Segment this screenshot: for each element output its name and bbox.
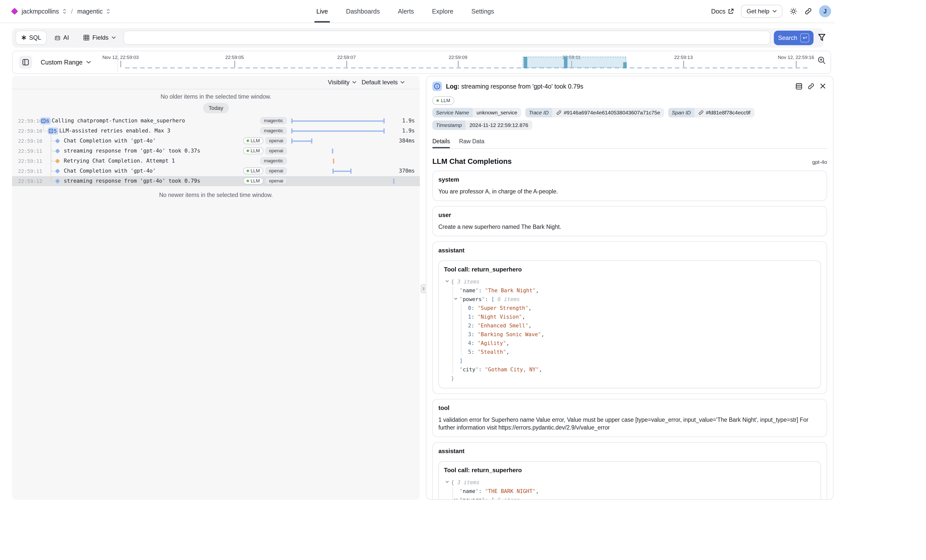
openai-tag: openai (265, 137, 287, 144)
table-view-icon[interactable] (796, 83, 802, 90)
asterisk-icon (21, 35, 27, 41)
nav-tabs: LiveDashboardsAlertsExploreSettings (316, 0, 494, 23)
log-level-diamond-icon (55, 158, 60, 164)
log-time: 22:59:11 (18, 148, 42, 154)
zoom-in-icon[interactable] (817, 56, 826, 65)
openai-tag: openai (265, 177, 287, 184)
log-message: LLM-assisted retries enabled. Max 3 (59, 128, 171, 134)
section-header: LLM Chat Completions gpt-4o (432, 157, 827, 166)
json-line: { 3 items (444, 478, 816, 487)
log-row[interactable]: 22:59:12streaming response from 'gpt-4o'… (12, 176, 420, 186)
log-message: Retrying Chat Completion. Attempt 1 (64, 158, 175, 164)
detail-tab-raw-data[interactable]: Raw Data (459, 138, 484, 148)
timeline-axis[interactable]: Nov 12, 22:59:0322:59:0522:59:0722:59:09… (118, 51, 811, 73)
tree-connector-line (43, 124, 48, 131)
duration-bar (291, 130, 385, 132)
chevron-down-icon[interactable] (454, 498, 457, 500)
enter-key-icon (800, 33, 809, 42)
duration-tick (333, 158, 334, 164)
tab-dashboards[interactable]: Dashboards (346, 0, 380, 23)
llm-tag: LLM (243, 137, 263, 144)
log-row[interactable]: 22:59:11streaming response from 'gpt-4o'… (12, 146, 420, 156)
tab-alerts[interactable]: Alerts (398, 0, 414, 23)
tick-label: 22:59:13 (674, 55, 693, 60)
avatar[interactable]: J (819, 5, 831, 17)
time-range-selector[interactable]: Custom Range (41, 51, 91, 73)
duration-bar-cap (333, 169, 334, 174)
project-switcher-icon[interactable] (106, 8, 110, 14)
json-indent-guide (461, 304, 461, 312)
collapse-sidebar-button[interactable] (19, 56, 32, 69)
duration-label: 384ms (399, 138, 415, 144)
fields-button[interactable]: Fields (78, 30, 121, 45)
detail-tabs: DetailsRaw Data (432, 138, 827, 148)
log-message: Chat Completion with 'gpt-4o' (64, 168, 156, 174)
duration-bar (291, 140, 312, 142)
json-indent-guide (452, 312, 453, 322)
ai-mode-button[interactable]: AI (50, 30, 73, 45)
docs-link[interactable]: Docs (711, 8, 734, 15)
filter-icon[interactable] (818, 34, 826, 42)
nav-right: Docs Get help J (711, 0, 831, 23)
chevron-down-icon[interactable] (445, 280, 449, 282)
log-rows: 22:59:106Calling chatprompt-function mak… (12, 116, 420, 186)
sql-mode-button[interactable]: SQL (15, 30, 47, 45)
theme-toggle-button[interactable] (790, 7, 797, 15)
log-row[interactable]: 22:59:11Retrying Chat Completion. Attemp… (12, 156, 420, 166)
log-row[interactable]: 22:59:10Chat Completion with 'gpt-4o'LLM… (12, 136, 420, 146)
chevron-down-icon[interactable] (445, 481, 449, 483)
tab-live[interactable]: Live (316, 0, 328, 23)
breadcrumb-project[interactable]: magentic (77, 8, 103, 15)
json-indent-guide (461, 348, 461, 356)
org-switcher-icon[interactable] (62, 8, 67, 14)
json-line: 2: "Enhanced Smell", (444, 322, 816, 330)
green-dot-icon (247, 180, 249, 182)
tab-explore[interactable]: Explore (432, 0, 454, 23)
json-line: 1: "Night Vision", (444, 312, 816, 322)
json-indent-guide (461, 330, 461, 339)
message-role: tool (439, 405, 821, 412)
search-input[interactable] (124, 30, 770, 45)
timeline-panel: Custom Range Nov 12, 22:59:0322:59:0522:… (12, 51, 831, 74)
message-role: system (439, 176, 821, 183)
panel-resize-handle[interactable] (421, 285, 426, 293)
chevron-down-icon (400, 81, 405, 84)
visibility-dropdown[interactable]: Visibility (328, 76, 357, 89)
chevron-down-icon[interactable] (454, 297, 457, 300)
share-link-button[interactable] (805, 8, 812, 15)
copy-link-icon[interactable] (808, 83, 814, 90)
get-help-button[interactable]: Get help (741, 5, 782, 18)
message-text: 1 validation error for Superhero name Va… (439, 416, 821, 432)
log-time: 22:59:11 (18, 158, 42, 164)
duration-bar-cap (311, 139, 312, 143)
log-row[interactable]: 22:59:11Chat Completion with 'gpt-4o'LLM… (12, 166, 420, 176)
tab-settings[interactable]: Settings (471, 0, 494, 23)
top-nav: jackmpcollins / magentic LiveDashboardsA… (0, 0, 835, 23)
field-value: #fd81e8f78c4ecc9f (694, 108, 754, 118)
collapse-badge[interactable]: 6 (40, 118, 51, 124)
levels-dropdown[interactable]: Default levels (362, 76, 405, 89)
tick-mark (346, 61, 347, 67)
json-indent-guide (452, 304, 453, 312)
chevron-down-icon (352, 81, 357, 84)
collapse-badge[interactable]: 5 (48, 127, 58, 134)
log-row[interactable]: 22:59:106Calling chatprompt-function mak… (12, 116, 420, 126)
message-role: user (439, 211, 821, 219)
logo-icon (11, 8, 18, 15)
breadcrumb-org[interactable]: jackmpcollins (21, 8, 59, 15)
json-indent-guide (452, 487, 453, 496)
tick-label: 22:59:05 (225, 55, 244, 60)
field-label: Service Name (432, 108, 472, 118)
log-row[interactable]: 22:59:105LLM-assisted retries enabled. M… (12, 126, 420, 136)
json-line: 0: "Super Strength", (444, 304, 816, 312)
detail-tab-details[interactable]: Details (432, 138, 450, 148)
tool-call-card: Tool call: return_superhero{ 3 items"nam… (439, 260, 821, 388)
search-button[interactable]: Search (774, 30, 814, 45)
duration-label: 1.9s (402, 128, 415, 134)
close-icon[interactable] (820, 83, 826, 90)
json-indent-guide (452, 365, 453, 374)
log-level-diamond-icon (55, 179, 60, 184)
timeline-selection[interactable] (523, 57, 626, 68)
field-value: 2024-11-12 22:59:12.876 (466, 121, 532, 130)
no-newer-items-message: No newer items in the selected time wind… (12, 192, 420, 198)
